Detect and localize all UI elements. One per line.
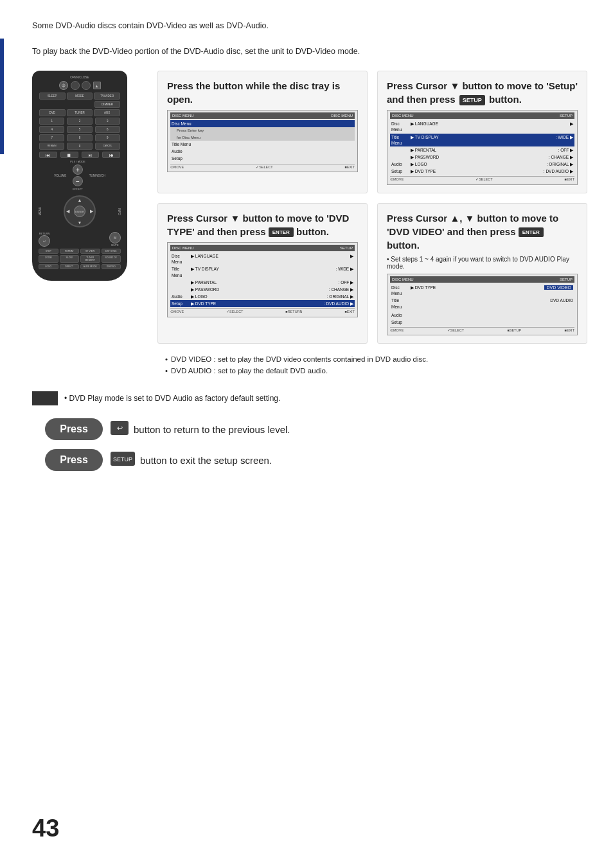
bullet1: • DVD VIDEO : set to play the DVD video … [165, 355, 580, 363]
remote-disc-right [82, 81, 91, 90]
remote-audemode-btn[interactable]: AUDE MODE [80, 264, 100, 269]
remote-num3[interactable]: 3 [95, 118, 120, 125]
remote-num7[interactable]: 7 [39, 134, 64, 141]
remote-step-btn[interactable]: STEP [39, 249, 58, 254]
remote-nav-down[interactable]: ▼ [78, 220, 82, 225]
remote-repeat-btn[interactable]: REPEAT [60, 249, 80, 254]
enter-button-icon-s3: ENTER [269, 227, 294, 237]
step4-box: Press Cursor ▲, ▼ button to move to 'DVD… [377, 203, 587, 344]
remote-dstsync-btn[interactable]: DST SYNC [102, 249, 121, 254]
step1-box: Press the button while the disc tray is … [157, 71, 368, 193]
remote-logo-btn[interactable]: LOGO [39, 264, 58, 269]
remote-next-btn[interactable]: ⏭ [102, 152, 120, 158]
remote-open-close-label: OPEN/CLOSE [39, 76, 121, 79]
remote-tunermemory-btn[interactable]: TUNER MEMORY [80, 255, 100, 263]
svg-text:↩: ↩ [117, 424, 123, 432]
remote-mode-btn[interactable]: MODE [67, 93, 93, 100]
press-btn-1-label: Press [60, 423, 88, 434]
remote-return-btn[interactable]: ↩ [39, 235, 50, 247]
press-button-1[interactable]: Press [45, 418, 103, 440]
press-btn-2-label: Press [60, 454, 88, 465]
remote-zoom-btn[interactable]: ZOOM [39, 255, 58, 263]
remote-remain-btn[interactable]: REMAIN [39, 143, 64, 150]
setup-icon-inline-2: SETUP [111, 452, 135, 468]
intro-line2: To play back the DVD-Video portion of th… [32, 45, 587, 58]
remote-disc-left [71, 81, 80, 90]
remote-menu-label: MENU [39, 207, 42, 215]
remote-stview-btn[interactable]: ST VIEW [80, 249, 100, 254]
factory-note-text: • DVD Play mode is set to DVD Audio as f… [64, 394, 280, 403]
remote-num4[interactable]: 4 [39, 126, 64, 133]
remote-prev-btn[interactable]: ⏮ [39, 152, 57, 158]
remote-vol-label: VOLUME [54, 174, 66, 177]
enter-button-icon-s4: ENTER [519, 227, 544, 237]
press-rows: Press ↩ button to return to the previous… [45, 418, 587, 471]
return-icon-inline-1: ↩ [111, 421, 129, 438]
remote-vol-up-btn[interactable]: + [73, 164, 83, 175]
remote-nav-right[interactable]: ▶ [90, 209, 93, 214]
remote-slow-btn[interactable]: SLOW [60, 255, 80, 263]
step3-box: Press Cursor ▼ button to move to 'DVD TY… [157, 203, 368, 344]
steps-content: Press the button while the disc tray is … [157, 71, 587, 380]
step4-text: Press Cursor ▲, ▼ button to move to 'DVD… [387, 211, 578, 252]
step3-screen: DISC MENU SETUP Disc Menu▶ LANGUAGE▶ Tit… [167, 242, 358, 317]
remote-num8[interactable]: 8 [67, 134, 92, 141]
svg-text:SETUP: SETUP [113, 456, 132, 463]
step2-screen: DISC MENU SETUP Disc Menu▶ LANGUAGE▶ Tit… [387, 110, 578, 185]
note-dark-box [32, 391, 58, 405]
remote-num1[interactable]: 1 [39, 118, 64, 125]
factory-note-row: • DVD Play mode is set to DVD Audio as f… [32, 391, 587, 405]
remote-nav-up[interactable]: ▲ [78, 198, 82, 202]
remote-dispso-btn[interactable]: DISP/SO [102, 264, 121, 269]
remote-aux-btn[interactable]: AUX [94, 109, 120, 116]
step3-text: Press Cursor ▼ button to move to 'DVD TY… [167, 211, 358, 238]
remote-effect-label: EFFECT [73, 188, 83, 191]
remote-return-text-label: RETURN [39, 232, 50, 235]
remote-enter-btn[interactable]: ENTER [74, 206, 85, 217]
press-row-2: Press SETUP button to exit the setup scr… [45, 449, 587, 471]
remote-tuner-btn[interactable]: TUNER [67, 109, 93, 116]
remote-soundof-btn[interactable]: SOUND OF [102, 255, 121, 263]
remote-num9[interactable]: 9 [95, 134, 120, 141]
remote-info-label: INFO [118, 208, 121, 215]
intro-line1: Some DVD-Audio discs contain DVD-Video a… [32, 19, 587, 32]
remote-cancel-btn[interactable]: CANCEL [95, 143, 120, 150]
remote-num6[interactable]: 6 [95, 126, 120, 133]
left-accent-bar [0, 39, 4, 154]
remote-nav-pad[interactable]: ▲ ▼ ◀ ▶ ENTER [64, 195, 96, 227]
remote-num2[interactable]: 2 [67, 118, 92, 125]
step1-screen: DISC MENU DISC MENU Disc Menu Press Ente… [167, 110, 358, 172]
press-row-2-desc: button to exit the setup screen. [140, 455, 272, 466]
remote-tvvideo-btn[interactable]: TV/VIDEO [94, 93, 120, 100]
press-button-2[interactable]: Press [45, 449, 103, 471]
remote-tuning-label: TUNING/CH [89, 174, 105, 177]
remote-dvd-btn[interactable]: DVD [39, 109, 66, 116]
remote-vol-down-btn[interactable]: − [73, 176, 83, 186]
step4-screen: DISC MENU SETUP Disc Menu▶ DVD TYPEDVD V… [387, 274, 578, 336]
remote-stop-btn[interactable]: ⏹ [60, 152, 78, 158]
remote-eject-btn[interactable]: ▲ [93, 82, 101, 89]
remote-plii-mode-label: PL II / MODE [70, 160, 85, 163]
remote-power-button[interactable]: ⏻ [59, 81, 68, 90]
press-row-1-desc: button to return to the previous level. [134, 424, 290, 435]
step4-note: • Set steps 1 ~ 4 again if you want to s… [387, 256, 578, 270]
step2-box: Press Cursor ▼ button to move to 'Setup'… [377, 71, 587, 193]
bullet2: • DVD AUDIO : set to play the default DV… [165, 367, 580, 375]
remote-num5[interactable]: 5 [67, 126, 92, 133]
setup-button-icon: SETUP [459, 95, 485, 106]
info-bullets: • DVD VIDEO : set to play the DVD video … [157, 350, 587, 380]
remote-control-image: OPEN/CLOSE ⏻ ▲ SLEEP MODE TV/VIDEO DIMME… [32, 71, 145, 281]
remote-playpause-btn[interactable]: ⏯ [82, 152, 100, 158]
press-row-1: Press ↩ button to return to the previous… [45, 418, 587, 440]
remote-dimmer-btn[interactable]: DIMMER [94, 101, 120, 108]
step2-text: Press Cursor ▼ button to move to 'Setup'… [387, 79, 578, 106]
remote-mute-label: MUTE [109, 244, 121, 247]
remote-direct-btn[interactable]: DIRECT [60, 264, 80, 269]
step1-text: Press the button while the disc tray is … [167, 79, 358, 106]
remote-sleep-btn[interactable]: SLEEP [39, 93, 66, 100]
page-number: 43 [32, 815, 59, 842]
remote-mute-btn[interactable]: M [109, 232, 121, 244]
remote-nav-left[interactable]: ◀ [66, 209, 69, 214]
remote-num0[interactable]: 0 [67, 143, 92, 150]
